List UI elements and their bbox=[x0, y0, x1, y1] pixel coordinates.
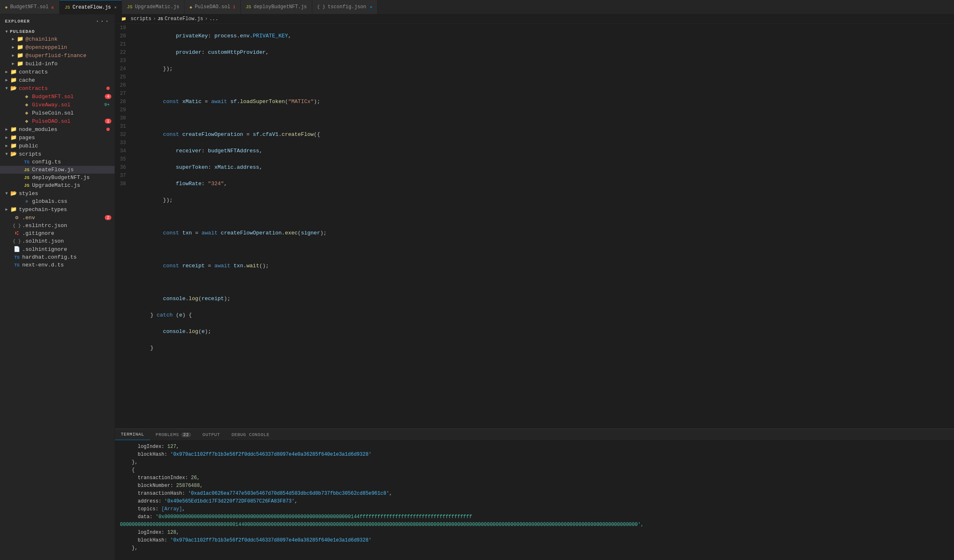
chevron-down-icon: ▼ bbox=[3, 30, 10, 34]
sidebar-item-chainlink[interactable]: ▶ 📁 @chainlink bbox=[0, 35, 115, 43]
sidebar-item-scripts[interactable]: ▼ 📂 scripts bbox=[0, 150, 115, 158]
code-line-30 bbox=[137, 213, 947, 221]
terminal-line-4: { bbox=[120, 466, 949, 474]
js-icon-upgrade: JS bbox=[127, 5, 132, 9]
tab-deploynft-label: deployBudgetNFT.js bbox=[253, 4, 307, 10]
terminal-line-6: blockNumber: 25876488, bbox=[120, 482, 949, 490]
sidebar-item-cache[interactable]: ▶ 📁 cache bbox=[0, 76, 115, 84]
sidebar-item-globals[interactable]: ▶ # globals.css bbox=[0, 197, 115, 205]
chevron-right-icon: ▶ bbox=[10, 37, 16, 41]
terminal-content[interactable]: logIndex: 127, blockHash: '0x979ac1102ff… bbox=[115, 441, 954, 560]
terminal-line-1: logIndex: 127, bbox=[120, 443, 949, 451]
sidebar-item-hardhat[interactable]: ▶ TS hardhat.config.ts bbox=[0, 253, 115, 261]
sol-icon: ◆ bbox=[5, 5, 8, 10]
sidebar-item-env[interactable]: ▶ ⚙ .env 2 bbox=[0, 213, 115, 222]
terminal-line-2: blockHash: '0x979ac1102ff7b1b3e56f2f0ddc… bbox=[120, 451, 949, 459]
sidebar-item-buildinfo[interactable]: ▶ 📁 build-info bbox=[0, 60, 115, 68]
json-icon: { } bbox=[317, 5, 325, 9]
chevron-right-icon: ▶ bbox=[3, 135, 10, 140]
gear-icon: ⚙ bbox=[13, 214, 21, 221]
js-file-icon: JS bbox=[23, 168, 30, 172]
sidebar-item-solhint[interactable]: ▶ { } .solhint.json bbox=[0, 237, 115, 245]
tab-tsconfig-label: tsconfig.json bbox=[328, 4, 366, 10]
terminal-tab-problems[interactable]: PROBLEMS 22 bbox=[150, 429, 197, 440]
sidebar-item-nextenv[interactable]: ▶ TS next-env.d.ts bbox=[0, 261, 115, 269]
globals-label: globals.css bbox=[32, 198, 111, 204]
sidebar-header: EXPLORER ··· bbox=[0, 14, 115, 28]
chevron-right-icon: ▶ bbox=[3, 143, 10, 148]
pulsedao-badge: 1 bbox=[105, 119, 111, 124]
sidebar-project[interactable]: ▼ PULSEDAO bbox=[0, 28, 115, 35]
code-editor[interactable]: 19202122 23242526 27282930 31323334 3536… bbox=[115, 24, 954, 429]
ts-file-icon: TS bbox=[23, 160, 30, 165]
public-label: public bbox=[19, 143, 111, 149]
folder-icon: 📁 bbox=[10, 142, 17, 149]
node-modules-label: node_modules bbox=[19, 126, 106, 133]
breadcrumb-js-icon: JS bbox=[158, 16, 163, 21]
sidebar-item-typechain[interactable]: ▶ 📁 typechain-types bbox=[0, 205, 115, 213]
chevron-right-icon: ▶ bbox=[3, 207, 10, 212]
breadcrumb-scripts-icon: 📁 bbox=[120, 16, 127, 21]
tab-deploynft[interactable]: JS deployBudgetNFT.js bbox=[241, 0, 312, 14]
ts-file-icon-n: TS bbox=[13, 263, 21, 268]
tab-tsconfig[interactable]: { } tsconfig.json ● bbox=[312, 0, 378, 14]
sidebar-item-giveaway[interactable]: ▶ ◆ GiveAway.sol 9+ bbox=[0, 101, 115, 109]
sidebar-menu-icon[interactable]: ··· bbox=[95, 18, 110, 25]
terminal-line-12: logIndex: 128, bbox=[120, 529, 949, 537]
pages-label: pages bbox=[19, 135, 111, 141]
sidebar-item-superfluid[interactable]: ▶ 📁 @superfluid-finance bbox=[0, 51, 115, 60]
terminal-line-10: data: '0x0000000000000000000000000000000… bbox=[120, 513, 949, 521]
sol-file-icon-ga: ◆ bbox=[23, 101, 30, 108]
sidebar-item-solhintignore[interactable]: ▶ 📄 .solhintignore bbox=[0, 245, 115, 253]
code-line-27: superToken: xMatic.address, bbox=[137, 163, 947, 172]
line-numbers: 19202122 23242526 27282930 31323334 3536… bbox=[115, 24, 131, 429]
sidebar-item-styles[interactable]: ▼ 📂 styles bbox=[0, 189, 115, 197]
folder-open-icon: 📂 bbox=[10, 190, 17, 197]
code-line-22 bbox=[137, 81, 947, 90]
sidebar-item-deploynft[interactable]: ▶ JS deployBudgetNFT.js bbox=[0, 174, 115, 181]
sidebar-item-pulsecoin[interactable]: ▶ ◆ PulseCoin.sol bbox=[0, 109, 115, 117]
chevron-right-icon: ▶ bbox=[10, 61, 16, 66]
terminal-tab-output[interactable]: OUTPUT bbox=[197, 429, 226, 440]
sidebar-item-contracts-fold[interactable]: ▶ 📁 contracts bbox=[0, 68, 115, 76]
sidebar-item-eslint[interactable]: ▶ { } .eslintrc.json bbox=[0, 222, 115, 230]
tab-budgetnft[interactable]: ◆ BudgetNFT.sol 4 bbox=[0, 0, 60, 14]
sidebar-item-openzeppelin[interactable]: ▶ 📁 @openzeppelin bbox=[0, 43, 115, 51]
terminal-tab-terminal[interactable]: TERMINAL bbox=[115, 429, 150, 440]
tab-budgetnft-badge: 4 bbox=[51, 5, 54, 9]
contracts-fold-label: contracts bbox=[19, 69, 111, 75]
sidebar-item-contracts[interactable]: ▼ 📂 contracts bbox=[0, 84, 115, 92]
problems-label: PROBLEMS bbox=[156, 432, 179, 437]
folder-icon: 📁 bbox=[10, 134, 17, 141]
code-line-32 bbox=[137, 246, 947, 254]
close-createflow-icon[interactable]: ✕ bbox=[114, 5, 117, 10]
sidebar-item-gitignore[interactable]: ▶ ⑆ .gitignore bbox=[0, 230, 115, 237]
tab-upgradematic[interactable]: JS UpgradeMatic.js bbox=[122, 0, 184, 14]
debug-label: DEBUG CONSOLE bbox=[231, 432, 269, 437]
json-file-icon2: { } bbox=[13, 239, 21, 244]
sidebar-item-configts[interactable]: ▶ TS config.ts bbox=[0, 158, 115, 166]
folder-icon: 📁 bbox=[10, 77, 17, 83]
sidebar-item-pulsedao[interactable]: ▶ ◆ PulseDAO.sol 1 bbox=[0, 117, 115, 125]
terminal-line-9: topics: [Array], bbox=[120, 505, 949, 513]
tab-budgetnft-label: BudgetNFT.sol bbox=[10, 4, 49, 10]
sidebar-item-upgradematic[interactable]: ▶ JS UpgradeMatic.js bbox=[0, 181, 115, 189]
terminal-tabs: TERMINAL PROBLEMS 22 OUTPUT DEBUG CONSOL… bbox=[115, 429, 954, 441]
terminal-line-11: 0000000000000000000000000000000000000001… bbox=[120, 521, 949, 529]
node-modules-dot bbox=[106, 128, 110, 131]
sidebar-item-budgetnft[interactable]: ▶ ◆ BudgetNFT.sol 4 bbox=[0, 92, 115, 101]
tab-pulsedao[interactable]: ◆ PulseDAO.sol 1 bbox=[184, 0, 241, 14]
cache-label: cache bbox=[19, 77, 111, 83]
folder-icon: 📁 bbox=[10, 206, 17, 213]
sidebar-item-public[interactable]: ▶ 📁 public bbox=[0, 142, 115, 150]
terminal-section: TERMINAL PROBLEMS 22 OUTPUT DEBUG CONSOL… bbox=[115, 429, 954, 560]
terminal-tab-debug[interactable]: DEBUG CONSOLE bbox=[226, 429, 275, 440]
sidebar-item-node-modules[interactable]: ▶ 📁 node_modules bbox=[0, 125, 115, 133]
sidebar-item-pages[interactable]: ▶ 📁 pages bbox=[0, 133, 115, 142]
sidebar-item-createflow[interactable]: ▶ JS CreateFlow.js bbox=[0, 166, 115, 174]
code-content[interactable]: privateKey: process.env.PRIVATE_KEY, pro… bbox=[131, 24, 954, 429]
tab-createflow[interactable]: JS CreateFlow.js ✕ bbox=[60, 0, 122, 14]
code-line-38: } bbox=[137, 344, 947, 352]
upgradematic-label: UpgradeMatic.js bbox=[32, 182, 111, 188]
scripts-label: scripts bbox=[19, 151, 111, 157]
